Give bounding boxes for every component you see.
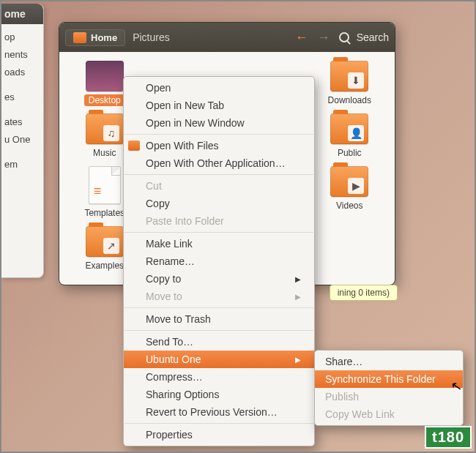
home-folder-icon	[73, 32, 86, 43]
sidebar-item[interactable]: u One	[4, 131, 40, 149]
menu-open-with-other[interactable]: Open With Other Application…	[124, 154, 314, 172]
menu-rename[interactable]: Rename…	[124, 252, 314, 270]
sidebar-item[interactable]: nents	[4, 46, 40, 64]
menu-open-new-window[interactable]: Open in New Window	[124, 114, 314, 132]
watermark-logo: t180	[425, 426, 472, 449]
folder-icon: ♫	[86, 113, 124, 144]
files-app-icon	[128, 141, 140, 151]
sidebar-item[interactable]: op	[4, 29, 40, 46]
menu-copy[interactable]: Copy	[124, 195, 314, 212]
sidebar-list: op nents oads es ates u One em	[1, 24, 43, 178]
folder-icon: ⬇	[330, 61, 368, 91]
link-icon: ↗	[103, 238, 119, 254]
sidebar-item[interactable]: em	[4, 156, 40, 173]
submenu-arrow-icon: ▶	[295, 293, 301, 301]
home-button[interactable]: Home	[65, 29, 125, 46]
menu-paste-into-folder: Paste Into Folder	[124, 212, 314, 230]
menu-make-link[interactable]: Make Link	[124, 235, 314, 252]
home-label: Home	[91, 32, 117, 43]
folder-icon: ▶	[330, 166, 368, 197]
folder-icon: 👤	[330, 113, 368, 144]
menu-sharing-options[interactable]: Sharing Options	[124, 386, 314, 403]
video-icon: ▶	[348, 178, 364, 194]
document-icon: ≡	[89, 166, 121, 204]
menu-open-with-files[interactable]: Open With Files	[124, 137, 314, 154]
submenu-synchronize-folder[interactable]: Synchronize This Folder	[315, 370, 463, 388]
music-icon: ♫	[103, 125, 119, 141]
back-arrow-icon[interactable]: ←	[295, 30, 310, 45]
search-label[interactable]: Search	[357, 31, 389, 43]
submenu-copy-web-link: Copy Web Link	[315, 405, 463, 423]
menu-move-to: Move to▶	[124, 288, 314, 305]
context-menu: Open Open in New Tab Open in New Window …	[123, 76, 315, 446]
menu-copy-to[interactable]: Copy to▶	[124, 270, 314, 288]
menu-properties[interactable]: Properties	[124, 426, 314, 443]
search-icon[interactable]	[339, 32, 349, 42]
toolbar: Home Pictures ← → Search	[59, 23, 395, 52]
ubuntu-one-submenu: Share… Synchronize This Folder Publish C…	[314, 350, 464, 426]
submenu-arrow-icon: ▶	[295, 356, 301, 364]
folder-downloads[interactable]: ⬇ Downloads	[310, 61, 390, 106]
status-bar: ining 0 items)	[330, 285, 398, 301]
menu-open-new-tab[interactable]: Open in New Tab	[124, 97, 314, 114]
menu-revert[interactable]: Revert to Previous Version…	[124, 403, 314, 421]
download-icon: ⬇	[348, 72, 364, 89]
folder-public[interactable]: 👤 Public	[310, 113, 390, 159]
status-text: ining 0 items)	[330, 285, 398, 301]
menu-ubuntu-one[interactable]: Ubuntu One▶	[124, 351, 314, 368]
submenu-share[interactable]: Share…	[315, 353, 463, 370]
background-window-title: ome	[1, 4, 43, 24]
person-icon: 👤	[348, 125, 364, 141]
desktop-icon	[86, 61, 124, 91]
menu-compress[interactable]: Compress…	[124, 368, 314, 386]
menu-send-to[interactable]: Send To…	[124, 333, 314, 351]
folder-icon: ↗	[86, 226, 124, 257]
submenu-publish: Publish	[315, 388, 463, 405]
sidebar-item[interactable]: oads	[4, 64, 40, 81]
menu-open[interactable]: Open	[124, 79, 314, 97]
sidebar-item[interactable]: es	[4, 89, 40, 106]
menu-move-to-trash[interactable]: Move to Trash	[124, 310, 314, 328]
submenu-arrow-icon: ▶	[295, 275, 301, 283]
forward-arrow-icon[interactable]: →	[317, 30, 332, 45]
menu-cut: Cut	[124, 177, 314, 195]
background-window: ome op nents oads es ates u One em	[1, 4, 44, 278]
sidebar-item[interactable]: ates	[4, 113, 40, 131]
folder-videos[interactable]: ▶ Videos	[310, 166, 390, 219]
breadcrumb-current[interactable]: Pictures	[133, 31, 170, 43]
